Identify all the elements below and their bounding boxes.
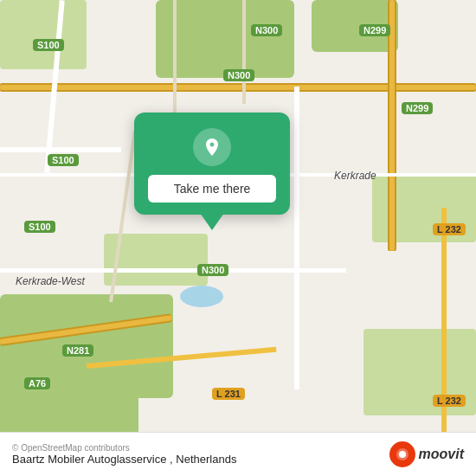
kerkrade-label: Kerkrade <box>334 170 376 182</box>
route-l231: L 231 <box>212 388 245 400</box>
route-n300-1: N300 <box>251 24 282 36</box>
popup-card: Take me there <box>134 113 290 215</box>
road-s100-h <box>0 147 121 152</box>
route-a76: A76 <box>24 377 50 389</box>
route-n300-3: N300 <box>197 264 228 276</box>
road-vert-center <box>294 87 299 389</box>
route-n281: N281 <box>62 344 93 357</box>
moovit-logo-icon <box>395 447 410 462</box>
road-n300-lower <box>0 268 346 273</box>
moovit-logo: moovit <box>389 441 464 467</box>
moovit-logo-circle <box>389 441 415 467</box>
location-pin-icon <box>193 128 231 166</box>
route-s100-3: S100 <box>24 221 55 233</box>
route-s100-1: S100 <box>33 39 64 51</box>
road-n299 <box>389 0 395 251</box>
water-body <box>180 286 223 307</box>
road-thin-2 <box>242 0 246 104</box>
location-name-text: Baartz Mobiler Autoglasservice <box>12 453 166 466</box>
green-area-north <box>156 0 294 78</box>
route-n300-2: N300 <box>223 69 254 81</box>
kerkrade-west-label: Kerkrade-West <box>16 275 85 287</box>
green-area-nw <box>0 0 87 69</box>
take-me-there-button[interactable]: Take me there <box>148 175 276 203</box>
attribution-text: © OpenStreetMap contributors <box>12 443 236 453</box>
map-container: N300 N299 N300 N299 S100 S100 S100 N300 … <box>0 0 476 476</box>
moovit-text: moovit <box>419 447 464 462</box>
bottom-left: © OpenStreetMap contributors Baartz Mobi… <box>12 443 236 466</box>
route-n299-2: N299 <box>402 102 433 114</box>
route-l232-1: L 232 <box>433 223 466 235</box>
bottom-bar: © OpenStreetMap contributors Baartz Mobi… <box>0 432 476 476</box>
location-country: Netherlands <box>176 453 236 466</box>
pin-svg <box>202 137 222 158</box>
road-n300 <box>0 85 476 90</box>
route-s100-2: S100 <box>48 154 79 166</box>
svg-point-1 <box>399 451 406 458</box>
route-n299-1: N299 <box>359 24 390 36</box>
location-name: Baartz Mobiler Autoglasservice , Netherl… <box>12 453 236 466</box>
route-l232-2: L 232 <box>433 395 466 407</box>
